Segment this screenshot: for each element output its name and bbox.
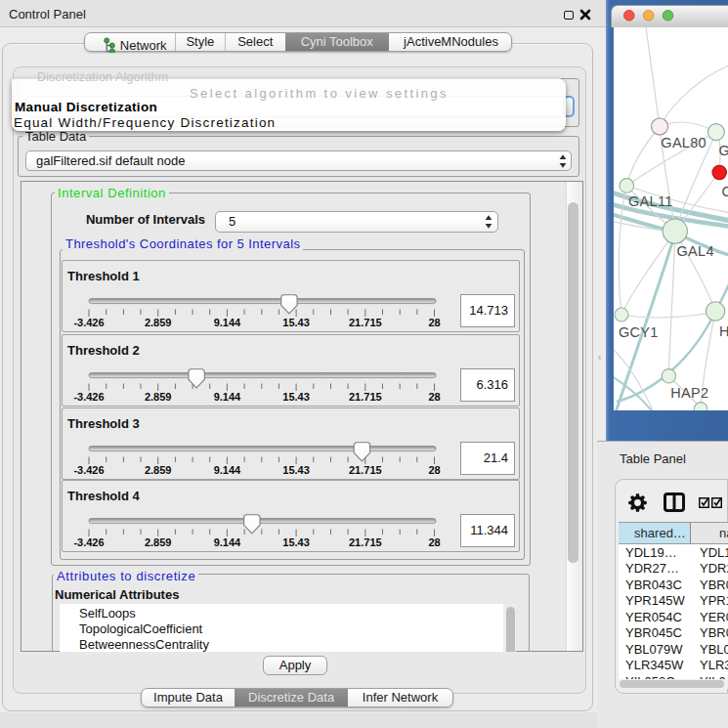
svg-text:15.43: 15.43 <box>282 463 310 475</box>
svg-text:9.144: 9.144 <box>214 317 241 328</box>
svg-text:-3.426: -3.426 <box>73 536 104 548</box>
svg-text:GA: GA <box>719 143 728 158</box>
svg-text:-3.426: -3.426 <box>73 317 104 328</box>
svg-text:2.859: 2.859 <box>145 317 172 328</box>
svg-text:15.43: 15.43 <box>282 317 310 328</box>
svg-text:-3.426: -3.426 <box>73 390 104 402</box>
svg-text:21.715: 21.715 <box>349 390 382 402</box>
svg-text:GAL4: GAL4 <box>677 243 714 259</box>
svg-text:HA: HA <box>719 323 728 339</box>
svg-text:28: 28 <box>428 536 440 548</box>
svg-text:-3.426: -3.426 <box>73 463 104 475</box>
svg-text:GCY1: GCY1 <box>619 324 659 340</box>
svg-text:2.859: 2.859 <box>145 536 172 548</box>
svg-text:28: 28 <box>428 390 440 402</box>
svg-text:2.859: 2.859 <box>145 390 172 402</box>
svg-text:28: 28 <box>428 463 440 475</box>
svg-text:GAL11: GAL11 <box>628 193 673 209</box>
svg-text:28: 28 <box>428 317 440 328</box>
svg-text:9.144: 9.144 <box>214 536 241 548</box>
svg-text:9.144: 9.144 <box>214 463 241 475</box>
svg-text:21.715: 21.715 <box>349 463 382 475</box>
svg-text:15.43: 15.43 <box>282 390 310 402</box>
svg-text:CY: CY <box>722 184 728 199</box>
svg-text:21.715: 21.715 <box>349 536 382 548</box>
svg-text:GAL80: GAL80 <box>661 135 707 150</box>
svg-text:9.144: 9.144 <box>214 390 241 402</box>
svg-text:2.859: 2.859 <box>145 463 172 475</box>
svg-text:21.715: 21.715 <box>349 317 382 328</box>
svg-text:15.43: 15.43 <box>282 536 310 548</box>
svg-text:HAP2: HAP2 <box>670 385 708 401</box>
